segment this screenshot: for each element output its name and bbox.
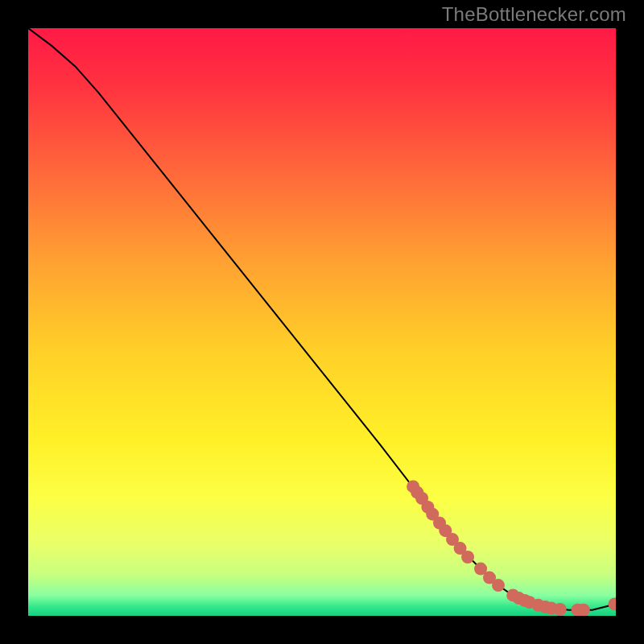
data-point xyxy=(461,551,474,564)
data-point xyxy=(492,579,505,592)
data-point xyxy=(554,603,567,616)
chart-stage: TheBottlenecker.com xyxy=(0,0,644,644)
chart-plot xyxy=(28,28,616,616)
gradient-rect xyxy=(28,28,616,616)
watermark-text: TheBottlenecker.com xyxy=(442,3,626,26)
data-point xyxy=(577,604,590,616)
